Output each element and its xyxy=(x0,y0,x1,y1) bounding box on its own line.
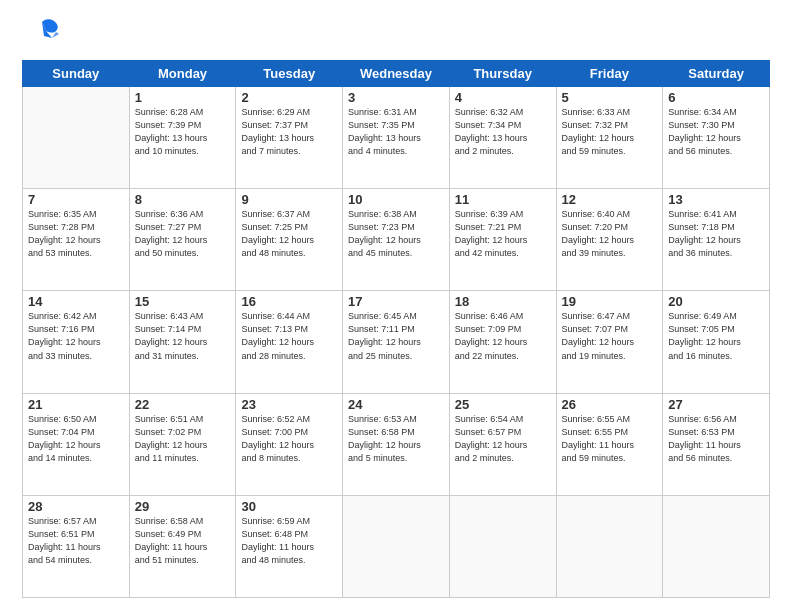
day-info: Sunrise: 6:29 AM Sunset: 7:37 PM Dayligh… xyxy=(241,106,337,158)
calendar-cell: 24Sunrise: 6:53 AM Sunset: 6:58 PM Dayli… xyxy=(343,393,450,495)
day-info: Sunrise: 6:40 AM Sunset: 7:20 PM Dayligh… xyxy=(562,208,658,260)
day-info: Sunrise: 6:31 AM Sunset: 7:35 PM Dayligh… xyxy=(348,106,444,158)
day-info: Sunrise: 6:35 AM Sunset: 7:28 PM Dayligh… xyxy=(28,208,124,260)
day-info: Sunrise: 6:50 AM Sunset: 7:04 PM Dayligh… xyxy=(28,413,124,465)
weekday-header-thursday: Thursday xyxy=(449,61,556,87)
calendar-cell: 30Sunrise: 6:59 AM Sunset: 6:48 PM Dayli… xyxy=(236,495,343,597)
calendar-cell: 28Sunrise: 6:57 AM Sunset: 6:51 PM Dayli… xyxy=(23,495,130,597)
calendar-cell: 10Sunrise: 6:38 AM Sunset: 7:23 PM Dayli… xyxy=(343,189,450,291)
calendar-week-2: 14Sunrise: 6:42 AM Sunset: 7:16 PM Dayli… xyxy=(23,291,770,393)
day-number: 18 xyxy=(455,294,551,309)
calendar-cell: 23Sunrise: 6:52 AM Sunset: 7:00 PM Dayli… xyxy=(236,393,343,495)
calendar-cell xyxy=(663,495,770,597)
calendar-cell: 26Sunrise: 6:55 AM Sunset: 6:55 PM Dayli… xyxy=(556,393,663,495)
calendar-cell: 8Sunrise: 6:36 AM Sunset: 7:27 PM Daylig… xyxy=(129,189,236,291)
calendar-cell: 12Sunrise: 6:40 AM Sunset: 7:20 PM Dayli… xyxy=(556,189,663,291)
day-number: 6 xyxy=(668,90,764,105)
day-number: 15 xyxy=(135,294,231,309)
day-number: 4 xyxy=(455,90,551,105)
day-number: 28 xyxy=(28,499,124,514)
day-info: Sunrise: 6:59 AM Sunset: 6:48 PM Dayligh… xyxy=(241,515,337,567)
day-info: Sunrise: 6:28 AM Sunset: 7:39 PM Dayligh… xyxy=(135,106,231,158)
day-number: 19 xyxy=(562,294,658,309)
logo xyxy=(22,18,60,50)
calendar-cell: 19Sunrise: 6:47 AM Sunset: 7:07 PM Dayli… xyxy=(556,291,663,393)
weekday-header-saturday: Saturday xyxy=(663,61,770,87)
calendar-cell: 11Sunrise: 6:39 AM Sunset: 7:21 PM Dayli… xyxy=(449,189,556,291)
calendar-cell: 16Sunrise: 6:44 AM Sunset: 7:13 PM Dayli… xyxy=(236,291,343,393)
day-info: Sunrise: 6:33 AM Sunset: 7:32 PM Dayligh… xyxy=(562,106,658,158)
calendar-cell: 15Sunrise: 6:43 AM Sunset: 7:14 PM Dayli… xyxy=(129,291,236,393)
calendar-week-0: 1Sunrise: 6:28 AM Sunset: 7:39 PM Daylig… xyxy=(23,87,770,189)
day-number: 1 xyxy=(135,90,231,105)
day-number: 11 xyxy=(455,192,551,207)
day-number: 3 xyxy=(348,90,444,105)
day-number: 21 xyxy=(28,397,124,412)
calendar-cell: 5Sunrise: 6:33 AM Sunset: 7:32 PM Daylig… xyxy=(556,87,663,189)
day-number: 10 xyxy=(348,192,444,207)
day-info: Sunrise: 6:53 AM Sunset: 6:58 PM Dayligh… xyxy=(348,413,444,465)
calendar-cell: 13Sunrise: 6:41 AM Sunset: 7:18 PM Dayli… xyxy=(663,189,770,291)
day-info: Sunrise: 6:52 AM Sunset: 7:00 PM Dayligh… xyxy=(241,413,337,465)
day-info: Sunrise: 6:51 AM Sunset: 7:02 PM Dayligh… xyxy=(135,413,231,465)
day-info: Sunrise: 6:45 AM Sunset: 7:11 PM Dayligh… xyxy=(348,310,444,362)
day-info: Sunrise: 6:37 AM Sunset: 7:25 PM Dayligh… xyxy=(241,208,337,260)
weekday-header-monday: Monday xyxy=(129,61,236,87)
calendar-cell: 20Sunrise: 6:49 AM Sunset: 7:05 PM Dayli… xyxy=(663,291,770,393)
day-info: Sunrise: 6:32 AM Sunset: 7:34 PM Dayligh… xyxy=(455,106,551,158)
calendar-week-1: 7Sunrise: 6:35 AM Sunset: 7:28 PM Daylig… xyxy=(23,189,770,291)
calendar-week-3: 21Sunrise: 6:50 AM Sunset: 7:04 PM Dayli… xyxy=(23,393,770,495)
logo-bird-icon xyxy=(26,18,60,50)
calendar-cell xyxy=(556,495,663,597)
day-number: 17 xyxy=(348,294,444,309)
calendar-cell: 2Sunrise: 6:29 AM Sunset: 7:37 PM Daylig… xyxy=(236,87,343,189)
day-number: 16 xyxy=(241,294,337,309)
calendar-cell: 4Sunrise: 6:32 AM Sunset: 7:34 PM Daylig… xyxy=(449,87,556,189)
day-number: 14 xyxy=(28,294,124,309)
day-info: Sunrise: 6:57 AM Sunset: 6:51 PM Dayligh… xyxy=(28,515,124,567)
day-info: Sunrise: 6:39 AM Sunset: 7:21 PM Dayligh… xyxy=(455,208,551,260)
calendar-cell: 3Sunrise: 6:31 AM Sunset: 7:35 PM Daylig… xyxy=(343,87,450,189)
day-number: 29 xyxy=(135,499,231,514)
day-number: 22 xyxy=(135,397,231,412)
calendar-cell: 17Sunrise: 6:45 AM Sunset: 7:11 PM Dayli… xyxy=(343,291,450,393)
day-number: 27 xyxy=(668,397,764,412)
calendar-cell: 22Sunrise: 6:51 AM Sunset: 7:02 PM Dayli… xyxy=(129,393,236,495)
day-info: Sunrise: 6:38 AM Sunset: 7:23 PM Dayligh… xyxy=(348,208,444,260)
weekday-header-sunday: Sunday xyxy=(23,61,130,87)
weekday-header-friday: Friday xyxy=(556,61,663,87)
day-number: 2 xyxy=(241,90,337,105)
day-info: Sunrise: 6:56 AM Sunset: 6:53 PM Dayligh… xyxy=(668,413,764,465)
calendar-cell xyxy=(23,87,130,189)
calendar-cell xyxy=(449,495,556,597)
calendar-cell: 18Sunrise: 6:46 AM Sunset: 7:09 PM Dayli… xyxy=(449,291,556,393)
calendar-cell: 27Sunrise: 6:56 AM Sunset: 6:53 PM Dayli… xyxy=(663,393,770,495)
calendar-cell: 29Sunrise: 6:58 AM Sunset: 6:49 PM Dayli… xyxy=(129,495,236,597)
day-info: Sunrise: 6:46 AM Sunset: 7:09 PM Dayligh… xyxy=(455,310,551,362)
day-number: 24 xyxy=(348,397,444,412)
day-info: Sunrise: 6:34 AM Sunset: 7:30 PM Dayligh… xyxy=(668,106,764,158)
day-number: 12 xyxy=(562,192,658,207)
calendar-cell xyxy=(343,495,450,597)
day-info: Sunrise: 6:47 AM Sunset: 7:07 PM Dayligh… xyxy=(562,310,658,362)
day-info: Sunrise: 6:49 AM Sunset: 7:05 PM Dayligh… xyxy=(668,310,764,362)
weekday-header-tuesday: Tuesday xyxy=(236,61,343,87)
calendar-cell: 21Sunrise: 6:50 AM Sunset: 7:04 PM Dayli… xyxy=(23,393,130,495)
calendar-cell: 9Sunrise: 6:37 AM Sunset: 7:25 PM Daylig… xyxy=(236,189,343,291)
calendar-table: SundayMondayTuesdayWednesdayThursdayFrid… xyxy=(22,60,770,598)
day-number: 23 xyxy=(241,397,337,412)
day-number: 9 xyxy=(241,192,337,207)
day-number: 7 xyxy=(28,192,124,207)
day-number: 25 xyxy=(455,397,551,412)
day-number: 5 xyxy=(562,90,658,105)
weekday-header-row: SundayMondayTuesdayWednesdayThursdayFrid… xyxy=(23,61,770,87)
day-number: 8 xyxy=(135,192,231,207)
day-info: Sunrise: 6:41 AM Sunset: 7:18 PM Dayligh… xyxy=(668,208,764,260)
day-number: 30 xyxy=(241,499,337,514)
day-number: 13 xyxy=(668,192,764,207)
day-number: 26 xyxy=(562,397,658,412)
day-info: Sunrise: 6:43 AM Sunset: 7:14 PM Dayligh… xyxy=(135,310,231,362)
weekday-header-wednesday: Wednesday xyxy=(343,61,450,87)
calendar-cell: 25Sunrise: 6:54 AM Sunset: 6:57 PM Dayli… xyxy=(449,393,556,495)
day-info: Sunrise: 6:42 AM Sunset: 7:16 PM Dayligh… xyxy=(28,310,124,362)
